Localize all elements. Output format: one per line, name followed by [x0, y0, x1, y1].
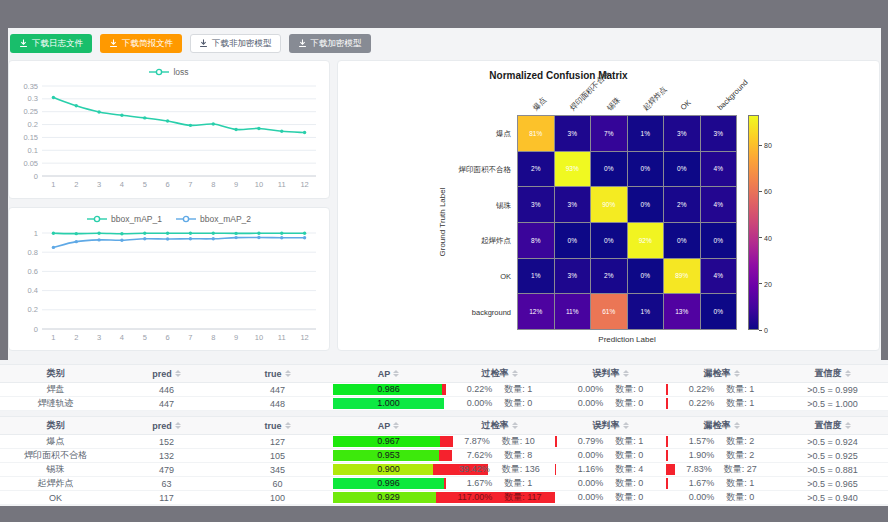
column-header-5[interactable]: 误判率	[555, 417, 666, 434]
column-header-7[interactable]: 置信度	[777, 417, 888, 434]
download-report-button[interactable]: 下载简报文件	[100, 34, 182, 53]
map-line-chart[interactable]: 00.20.40.60.81123456789101112	[14, 227, 324, 345]
column-header-3[interactable]: AP	[333, 417, 444, 434]
miss-rate-cell: 1.90%数量: 2	[666, 449, 777, 462]
matrix-cell-value: 3%	[568, 201, 577, 208]
table-row[interactable]: 焊盘4464470.9860.22%数量: 10.00%数量: 00.22%数量…	[0, 383, 888, 397]
class-name: OK	[49, 493, 62, 503]
line-marker-icon	[176, 215, 196, 223]
true-value: 105	[270, 451, 285, 461]
matrix-row-label: 锡珠	[436, 201, 511, 211]
rate-percent: 1.16%	[578, 464, 604, 475]
true-value: 345	[270, 465, 285, 475]
matrix-cell: 2%	[664, 187, 700, 222]
rate-percent: 117.00%	[457, 492, 492, 503]
sort-icon[interactable]	[623, 370, 629, 377]
rate-percent: 0.00%	[578, 384, 604, 395]
table-row[interactable]: 焊缝轨迹4474481.0000.00%数量: 00.00%数量: 00.22%…	[0, 397, 888, 411]
column-header-4[interactable]: 过检率	[444, 365, 555, 382]
download-unencrypted-model-button[interactable]: 下载非加密模型	[190, 34, 281, 53]
matrix-cell: 0%	[701, 223, 737, 258]
misjudge-rate-cell-bar: 0.00%数量: 0	[555, 450, 666, 461]
column-header-label: pred	[152, 369, 172, 379]
column-header-6[interactable]: 漏检率	[666, 365, 777, 382]
sort-icon[interactable]	[175, 370, 181, 377]
column-header-1[interactable]: pred	[111, 417, 222, 434]
matrix-cell: 0%	[664, 223, 700, 258]
sort-icon[interactable]	[623, 422, 629, 429]
svg-text:8: 8	[211, 180, 215, 189]
svg-text:2: 2	[74, 180, 78, 189]
matrix-cell: 4%	[701, 152, 737, 187]
button-label: 下载日志文件	[32, 39, 83, 48]
legend-item-bbox-map-1[interactable]: bbox_mAP_1	[87, 214, 162, 224]
pred-value: 132	[111, 449, 222, 462]
sort-icon[interactable]	[393, 422, 399, 429]
sort-icon[interactable]	[512, 370, 518, 377]
miss-rate-cell-bar: 0.22%数量: 1	[666, 384, 777, 395]
svg-text:0.15: 0.15	[23, 133, 38, 142]
table-row[interactable]: 爆点1521270.9677.87%数量: 100.79%数量: 11.57%数…	[0, 435, 888, 449]
confidence-value: >0.5 = 0.881	[777, 463, 888, 476]
download-log-button[interactable]: 下载日志文件	[10, 34, 92, 53]
rate-percent: 7.87%	[464, 436, 490, 447]
true-value: 447	[222, 383, 333, 396]
true-value: 448	[270, 399, 285, 409]
sort-icon[interactable]	[175, 422, 181, 429]
matrix-cell-value: 2%	[604, 272, 613, 279]
matrix-cell-value: 3%	[568, 272, 577, 279]
ap-bar: 0.900	[333, 464, 444, 475]
sort-icon[interactable]	[845, 370, 851, 377]
rate-count: 数量: 1	[726, 398, 754, 409]
rate-bar-fill	[666, 478, 668, 489]
overdetect-rate-cell: 1.67%数量: 1	[444, 477, 555, 490]
download-encrypted-model-button[interactable]: 下载加密模型	[289, 34, 371, 53]
matrix-cell-value: 4%	[714, 272, 723, 279]
sort-icon[interactable]	[285, 422, 291, 429]
sort-icon[interactable]	[845, 422, 851, 429]
colorbar-tick-label: 0	[764, 327, 768, 334]
column-header-label: pred	[152, 421, 172, 431]
column-header-label: 置信度	[815, 367, 842, 380]
legend-label: bbox_mAP_2	[200, 214, 251, 224]
matrix-cell-value: 0%	[604, 237, 613, 244]
legend-item-bbox-map-2[interactable]: bbox_mAP_2	[176, 214, 251, 224]
column-header-1[interactable]: pred	[111, 365, 222, 382]
column-header-2[interactable]: true	[222, 417, 333, 434]
matrix-cell: 3%	[555, 187, 591, 222]
overdetect-rate-cell: 117.00%数量: 117	[444, 491, 555, 504]
rate-count: 数量: 0	[615, 450, 643, 461]
column-header-3[interactable]: AP	[333, 365, 444, 382]
rate-percent: 1.67%	[467, 478, 493, 489]
column-header-5[interactable]: 误判率	[555, 365, 666, 382]
table-row[interactable]: 起焊炸点63600.9961.67%数量: 10.00%数量: 01.67%数量…	[0, 477, 888, 491]
loss-line-chart[interactable]: 00.050.10.150.20.250.30.3512345678910111…	[14, 80, 324, 192]
table-row[interactable]: 锡珠4793450.90039.42%数量: 1361.16%数量: 47.83…	[0, 463, 888, 477]
table-row[interactable]: OK1171000.929117.00%数量: 1170.00%数量: 00.0…	[0, 491, 888, 505]
class-name: 焊盘	[47, 383, 65, 396]
column-header-4[interactable]: 过检率	[444, 417, 555, 434]
sort-icon[interactable]	[285, 370, 291, 377]
svg-text:1: 1	[51, 333, 55, 342]
sort-icon[interactable]	[393, 370, 399, 377]
ap-cell: 0.986	[333, 383, 444, 396]
colorbar-tick-label: 20	[764, 281, 772, 288]
matrix-cell: 13%	[664, 294, 700, 329]
pred-value: 132	[159, 451, 174, 461]
column-header-2[interactable]: true	[222, 365, 333, 382]
sort-icon[interactable]	[734, 370, 740, 377]
miss-rate-cell: 0.22%数量: 1	[666, 397, 777, 410]
table-row[interactable]: 焊印面积不合格1321050.9537.62%数量: 80.00%数量: 01.…	[0, 449, 888, 463]
column-header-6[interactable]: 漏检率	[666, 417, 777, 434]
pred-value: 446	[159, 385, 174, 395]
sort-icon[interactable]	[734, 422, 740, 429]
legend-item-loss[interactable]: loss	[149, 67, 188, 77]
rate-bar-fill	[666, 398, 668, 409]
prediction-axis-label: Prediction Label	[517, 335, 737, 344]
miss-rate-cell-bar: 0.00%数量: 0	[666, 492, 777, 503]
sort-icon[interactable]	[512, 422, 518, 429]
rate-bar-fill	[555, 436, 557, 447]
column-header-7[interactable]: 置信度	[777, 365, 888, 382]
miss-rate-cell: 1.67%数量: 1	[666, 477, 777, 490]
table-header-row: 类别predtrueAP过检率误判率漏检率置信度	[0, 364, 888, 383]
